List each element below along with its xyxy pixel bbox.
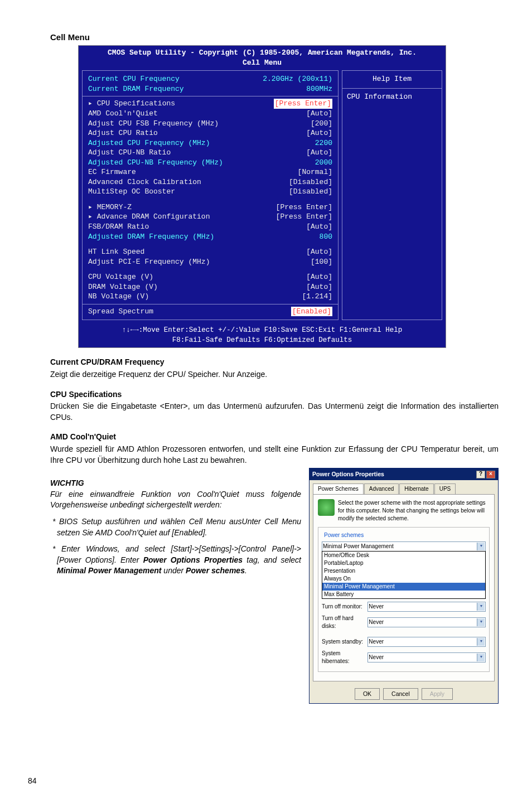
bios-row-label: EC Firmware	[88, 167, 136, 177]
bios-row[interactable]: Spread Spectrum[Enabled]	[88, 307, 332, 317]
bios-row-label: Spread Spectrum	[88, 307, 153, 317]
text-amd-cnq: Wurde speziell für AMD Athlon Prozessore…	[50, 444, 499, 466]
bios-row-label: MultiStep OC Booster	[88, 187, 175, 197]
bios-row[interactable]: EC Firmware[Normal]	[88, 167, 332, 177]
bios-row[interactable]: ▸ MEMORY-Z[Press Enter]	[88, 202, 332, 212]
dialog-title: Power Options Properties	[312, 470, 384, 478]
bullet-1: * BIOS Setup ausführen und wählen Cell M…	[50, 516, 301, 538]
standby-select[interactable]: Never ▾	[367, 637, 486, 647]
text-current-freq: Zeigt die derzeitige Frequenz der CPU/ S…	[50, 369, 499, 380]
monitor-select[interactable]: Never ▾	[367, 602, 486, 612]
heading-current-freq: Current CPU/DRAM Frequency	[50, 357, 499, 368]
hd-value: Never	[369, 618, 384, 626]
bios-row-value: [100]	[311, 257, 332, 267]
chevron-down-icon[interactable]: ▾	[477, 638, 485, 646]
bios-row-label: Adjust CPU Ratio	[88, 128, 158, 138]
bios-row[interactable]: HT Link Speed[Auto]	[88, 247, 332, 257]
bios-row[interactable]: Adjust CPU Ratio[Auto]	[88, 128, 332, 138]
bios-row[interactable]: CPU Voltage (V)[Auto]	[88, 272, 332, 282]
legend-power-schemes: Power schemes	[323, 531, 365, 539]
scheme-dropdown-list[interactable]: Home/Office DeskPortable/LaptopPresentat…	[322, 551, 486, 599]
close-icon[interactable]: ×	[486, 471, 495, 478]
bios-row-value: [200]	[311, 119, 332, 129]
bios-footer-line2: F8:Fail-Safe Defaults F6:Optimized Defau…	[81, 336, 443, 346]
bios-row[interactable]: FSB/DRAM Ratio[Auto]	[88, 222, 332, 232]
bios-row-label: HT Link Speed	[88, 247, 144, 257]
bios-row-label: Adjust CPU FSB Frequency (MHz)	[88, 119, 219, 129]
bios-row[interactable]: Adjust CPU-NB Ratio[Auto]	[88, 148, 332, 158]
bios-row-label: ▸ CPU Specifications	[88, 99, 175, 109]
bios-row[interactable]: NB Voltage (V)[1.214]	[88, 292, 332, 302]
bios-row-label: CPU Voltage (V)	[88, 272, 153, 282]
bios-row-label: Adjusted CPU Frequency (MHz)	[88, 138, 210, 148]
dialog-description: Select the power scheme with the most ap…	[338, 499, 490, 523]
scheme-option[interactable]: Presentation	[322, 567, 485, 575]
bios-row-label: NB Voltage (V)	[88, 292, 149, 302]
bullet2-bold1: Power Options Properties	[143, 555, 243, 564]
tab-hibernate[interactable]: Hibernate	[399, 483, 433, 494]
bios-title-line2: Cell Menu	[81, 58, 443, 68]
bios-title-line1: CMOS Setup Utility - Copyright (C) 1985-…	[81, 48, 443, 58]
text-cpu-spec: Drücken Sie die Eingabetaste <Enter>, um…	[50, 401, 499, 423]
bullet2-mid: tag, and select	[243, 555, 301, 564]
scheme-select[interactable]: Minimal Power Management ▾	[322, 541, 486, 552]
bullet2-bold2: Minimal Power Management	[57, 566, 161, 575]
bios-row[interactable]: Adjust PCI-E Frequency (MHz)[100]	[88, 257, 332, 267]
label-standby: System standby:	[322, 638, 367, 646]
ok-button[interactable]: OK	[355, 688, 380, 700]
bios-row-label: Advanced Clock Calibration	[88, 177, 201, 187]
bios-row[interactable]: ▸ CPU Specifications[Press Enter]	[88, 99, 332, 109]
bios-row[interactable]: Adjusted CPU-NB Frequency (MHz)2000	[88, 158, 332, 168]
cancel-button[interactable]: Cancel	[383, 688, 418, 700]
bios-row-value: [Auto]	[306, 282, 332, 292]
chevron-down-icon[interactable]: ▾	[477, 543, 485, 550]
bios-row[interactable]: Advanced Clock Calibration[Disabled]	[88, 177, 332, 187]
dialog-panel: Select the power scheme with the most ap…	[313, 494, 495, 681]
bios-row[interactable]: AMD Cool'n'Quiet[Auto]	[88, 109, 332, 119]
label-monitor: Turn off monitor:	[322, 603, 367, 611]
bios-row[interactable]: Adjust CPU FSB Frequency (MHz)[200]	[88, 119, 332, 129]
chevron-down-icon[interactable]: ▾	[477, 654, 485, 661]
tab-advanced[interactable]: Advanced	[364, 483, 399, 494]
bios-row-value: [1.214]	[302, 292, 332, 302]
bios-row-label: Current CPU Frequency	[88, 74, 180, 84]
power-icon	[318, 499, 335, 516]
bios-row-value: [Disabled]	[289, 177, 332, 187]
scheme-option[interactable]: Home/Office Desk	[322, 552, 485, 559]
bios-row-value: [Normal]	[298, 167, 332, 177]
hibernate-select[interactable]: Never ▾	[367, 652, 486, 662]
bios-row[interactable]: Current CPU Frequency2.20GHz (200x11)	[88, 74, 332, 84]
scheme-option[interactable]: Portable/Laptop	[322, 559, 485, 567]
bullet-2: * Enter Windows, and select [Start]->[Se…	[50, 544, 301, 577]
label-hd: Turn off hard disks:	[322, 615, 367, 630]
tab-ups[interactable]: UPS	[434, 483, 456, 494]
tab-power-schemes[interactable]: Power Schemes	[313, 483, 364, 494]
dialog-titlebar[interactable]: Power Options Properties ? ×	[309, 468, 498, 480]
bios-row-value: [Auto]	[306, 247, 332, 257]
bios-row[interactable]: Current DRAM Frequency800MHz	[88, 84, 332, 94]
bios-row[interactable]: Adjusted DRAM Frequency (MHz)800	[88, 232, 332, 242]
bios-row-value: [Press Enter]	[276, 212, 332, 222]
power-options-dialog: Power Options Properties ? × Power Schem…	[309, 468, 499, 703]
bullet2-bold3: Power schemes	[186, 566, 245, 575]
bios-row-label: Adjusted CPU-NB Frequency (MHz)	[88, 158, 223, 168]
bios-row-value: [Auto]	[306, 128, 332, 138]
bios-row[interactable]: DRAM Voltage (V)[Auto]	[88, 282, 332, 292]
hd-select[interactable]: Never ▾	[367, 617, 486, 627]
bios-footer-line1: ↑↓←→:Move Enter:Select +/-/:Value F10:Sa…	[81, 326, 443, 336]
scheme-option[interactable]: Minimal Power Management	[322, 583, 485, 591]
scheme-option[interactable]: Always On	[322, 575, 485, 583]
bios-row[interactable]: ▸ Advance DRAM Configuration[Press Enter…	[88, 212, 332, 222]
bios-row[interactable]: Adjusted CPU Frequency (MHz)2200	[88, 138, 332, 148]
bios-row[interactable]: MultiStep OC Booster[Disabled]	[88, 187, 332, 197]
bios-row-value: [Auto]	[306, 109, 332, 119]
fieldset-power-schemes: Power schemes Minimal Power Management ▾…	[318, 527, 490, 672]
bios-row-value: 2000	[315, 158, 332, 168]
scheme-option[interactable]: Max Battery	[322, 591, 485, 598]
chevron-down-icon[interactable]: ▾	[477, 618, 485, 626]
chevron-down-icon[interactable]: ▾	[477, 603, 485, 611]
help-icon[interactable]: ?	[476, 471, 485, 478]
bios-help-text: CPU Information	[347, 92, 437, 102]
apply-button[interactable]: Apply	[422, 688, 453, 700]
bios-row-value: 2200	[315, 138, 332, 148]
